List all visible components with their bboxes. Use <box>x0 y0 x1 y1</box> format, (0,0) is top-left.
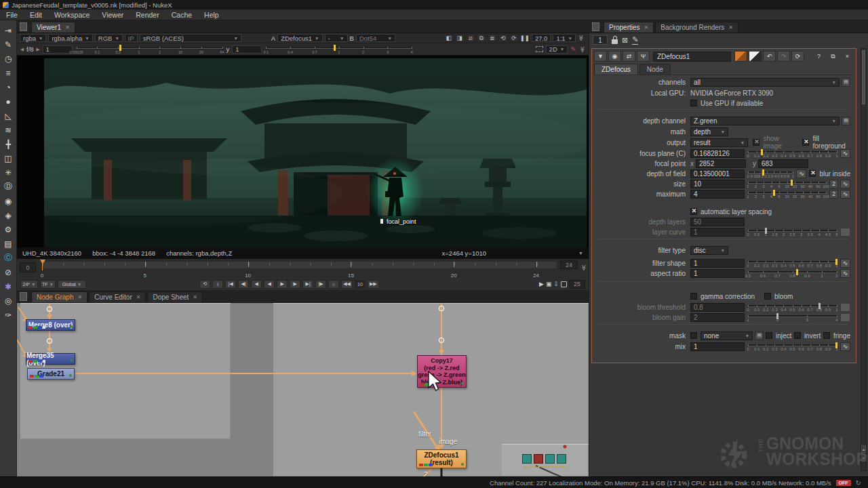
layer_curve-handle[interactable] <box>765 228 767 234</box>
transform-tool-icon[interactable]: ╋ <box>1 138 16 151</box>
gizmos-tool-icon[interactable]: ✱ <box>1 280 16 293</box>
size-slider[interactable]: 123461020304060100 <box>748 180 826 188</box>
transport-button-3[interactable]: ◀| <box>238 280 249 289</box>
layer-curve-input[interactable]: 1 <box>690 228 745 237</box>
tab-node[interactable]: Node <box>639 64 671 75</box>
curve-icon[interactable] <box>840 228 850 237</box>
menu-help[interactable]: Help <box>198 9 225 20</box>
auto-layer-checkbox[interactable] <box>690 208 697 215</box>
aspect-ratio-input[interactable]: 1 <box>690 269 745 278</box>
transport-button-0[interactable]: ⟲ <box>199 280 210 289</box>
blur-inside-checkbox[interactable] <box>809 170 816 177</box>
transport-button-10[interactable]: ○ <box>328 280 339 289</box>
timeline-ruler[interactable]: 0 0510152024▪▪ 24 ≫ <box>17 259 589 278</box>
frame-increment-input[interactable]: 10 <box>355 280 366 289</box>
menu-cache[interactable]: Cache <box>165 9 198 20</box>
inject-checkbox[interactable] <box>766 332 772 339</box>
channel-matrix-icon[interactable]: ▤ <box>755 331 764 340</box>
close-icon[interactable]: ✕ <box>136 294 141 300</box>
frame-range-select[interactable]: Global ▼ <box>58 280 86 289</box>
viewer-viewport[interactable]: focal_point <box>17 56 589 247</box>
mask-checkbox[interactable] <box>690 332 697 339</box>
info-collapse-icon[interactable]: ▼ <box>578 251 583 256</box>
time-tool-icon[interactable]: ◷ <box>1 52 16 66</box>
scroll-up-icon[interactable]: ▲ <box>861 445 866 453</box>
focus_plane-handle[interactable] <box>761 149 763 155</box>
mix-slider[interactable]: 00.10.20.30.40.50.60.70.80.91 <box>748 342 837 351</box>
gamma-correction-checkbox[interactable] <box>690 293 697 300</box>
transport-button-2[interactable]: |◀ <box>225 280 236 289</box>
channel-tool-icon[interactable]: ≡ <box>1 66 16 80</box>
bloom_gain-handle[interactable] <box>776 313 778 319</box>
layer-select[interactable]: rgba▼ <box>20 34 46 42</box>
fps-display[interactable]: 27.0 <box>532 34 551 42</box>
tab-background-renders[interactable]: Background Renders✕ <box>655 22 738 33</box>
panel-menu-icon[interactable] <box>592 22 599 31</box>
hanger-icon[interactable]: Ψ <box>637 51 650 62</box>
viewer-icon-3[interactable]: ⧉ <box>477 34 486 42</box>
maximum-slider[interactable]: 123461020304060100 <box>748 190 826 199</box>
close-icon[interactable]: ✕ <box>65 24 70 30</box>
curve-icon[interactable]: ∿ <box>840 342 850 351</box>
gamma-input[interactable]: 1 <box>232 45 262 54</box>
3d-tool-icon[interactable]: ◫ <box>1 152 16 165</box>
view-mode-select[interactable]: 2D▼ <box>546 45 568 54</box>
viewer-icon-7[interactable]: ❚❚ <box>520 34 530 42</box>
gain-input[interactable]: 1 <box>43 45 73 54</box>
snap-tool-icon[interactable]: ◎ <box>1 294 16 308</box>
max-panels-input[interactable]: 1 <box>593 35 608 45</box>
curve-icon[interactable]: ∿ <box>840 149 850 158</box>
invert-checkbox[interactable] <box>794 332 801 339</box>
tab-node-graph[interactable]: Node Graph✕ <box>31 291 87 302</box>
draw-tool-icon[interactable]: ✎ <box>1 38 16 52</box>
gain-slider[interactable]: 0.031250.10.212102064 <box>77 45 222 54</box>
undo-icon[interactable]: ↶ <box>763 51 776 62</box>
lock-range-icon[interactable] <box>561 281 567 287</box>
node-zdefocus1[interactable]: ZDefocus1 (result) <box>416 449 467 468</box>
fps-select[interactable]: 24* ▼ <box>20 280 38 289</box>
filter-type-select[interactable]: disc▼ <box>690 246 728 255</box>
frame-track[interactable]: 0510152024▪▪ <box>41 261 557 269</box>
group-node-cluster[interactable] <box>522 454 566 464</box>
step-forward-button[interactable]: ▶▶ <box>368 280 379 289</box>
depth-layers-input[interactable]: 50 <box>690 218 745 226</box>
channels-select[interactable]: all▼ <box>690 78 840 87</box>
scrollbar-thumb[interactable] <box>862 50 865 104</box>
viewer-icon-4[interactable]: ≣ <box>488 34 497 42</box>
close-panel-icon[interactable]: × <box>841 51 854 62</box>
bloom-threshold-slider[interactable]: 00.10.20.30.40.50.60.70.80.91 <box>748 303 837 312</box>
bloom-threshold-input[interactable]: 0.8 <box>690 303 745 312</box>
curve-icon[interactable]: ∿ <box>796 169 806 178</box>
image-tool-icon[interactable]: ⇥ <box>1 24 16 37</box>
aspect-ratio-slider[interactable]: 0.50.60.70.80.912 <box>748 269 837 278</box>
current-frame-box[interactable]: 0 <box>20 262 36 272</box>
dof-handle[interactable] <box>762 169 764 176</box>
edit-pencil-icon[interactable]: ✎ <box>632 35 638 45</box>
cattery-tool-icon[interactable]: Ⓒ <box>1 251 16 265</box>
close-icon[interactable]: ✕ <box>644 24 649 30</box>
fill-foreground-checkbox[interactable] <box>802 139 809 146</box>
b-buffer-select[interactable]: Dot54▼ <box>356 34 395 42</box>
mix-input[interactable]: 1 <box>690 342 745 351</box>
curve-icon[interactable]: ∿ <box>840 259 850 268</box>
transport-right-icon-0[interactable]: ▶ <box>539 281 544 287</box>
transport-button-5[interactable]: ◀ <box>264 280 275 289</box>
math-select[interactable]: depth▼ <box>690 127 728 136</box>
plugins-tool-icon[interactable]: ⊘ <box>1 266 16 279</box>
viewer-icon-5[interactable]: ⟲ <box>498 34 508 42</box>
menu-viewer[interactable]: Viewer <box>96 9 130 20</box>
filter_shape-handle[interactable] <box>835 259 837 265</box>
multiplier-button[interactable]: 2 <box>829 190 838 199</box>
curve-icon[interactable] <box>840 313 850 322</box>
tab-viewer1[interactable]: Viewer1 ✕ <box>31 22 75 33</box>
menu-render[interactable]: Render <box>130 9 165 20</box>
gain-handle[interactable] <box>119 45 121 51</box>
transport-button-1[interactable]: I <box>212 280 223 289</box>
unlock-icon[interactable] <box>612 39 618 44</box>
link-icon[interactable]: ⇄ <box>623 51 635 62</box>
revert-icon[interactable]: ⟳ <box>791 51 804 62</box>
step-back-button[interactable]: ◀◀ <box>341 280 353 289</box>
size-input[interactable]: 10 <box>690 180 745 188</box>
timeline-chevron-icon[interactable]: ≫ <box>580 264 587 270</box>
layer-curve-slider[interactable]: 00.511.522.533.544.55 <box>748 228 837 237</box>
